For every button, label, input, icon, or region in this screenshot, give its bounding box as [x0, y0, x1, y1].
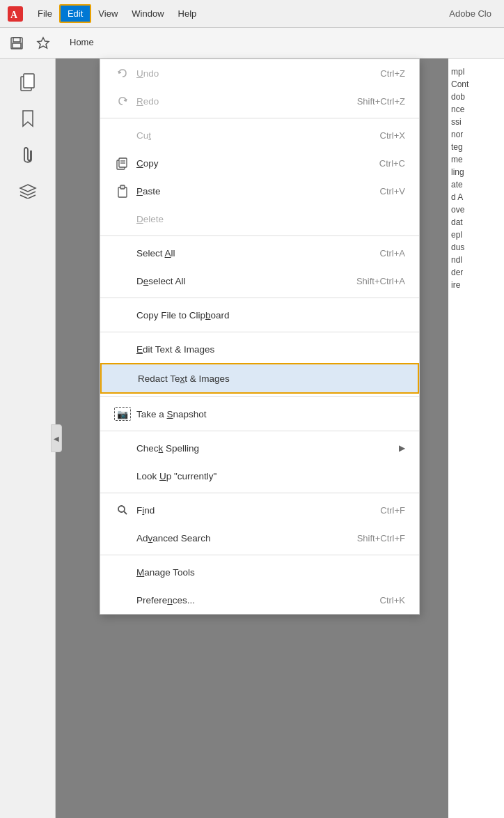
menu-item-select-all[interactable]: Select All Ctrl+A — [100, 239, 419, 267]
doc-line-13: dat — [451, 216, 501, 229]
deselect-all-icon — [114, 272, 131, 289]
divider-3 — [100, 298, 419, 298]
menu-item-preferences[interactable]: Preferences... Ctrl+K — [100, 586, 419, 614]
doc-line-5: ssi — [451, 116, 501, 128]
doc-content: mpl Cont dob nce ssi nor teg me ling ate… — [448, 59, 504, 818]
collapse-handle[interactable]: ◀ — [51, 424, 62, 452]
edit-text-icon — [114, 341, 131, 357]
advanced-search-shortcut: Shift+Ctrl+F — [357, 533, 405, 543]
menu-item-undo[interactable]: Undo Ctrl+Z — [100, 59, 419, 87]
find-icon — [114, 502, 131, 518]
favorites-button[interactable] — [32, 32, 54, 54]
divider-5 — [100, 396, 419, 397]
menu-item-view[interactable]: View — [91, 6, 125, 22]
menu-item-delete[interactable]: Delete — [100, 205, 419, 233]
doc-line-16: ndl — [451, 254, 501, 266]
doc-line-9: ling — [451, 166, 501, 178]
menu-item-redo[interactable]: Redo Shift+Ctrl+Z — [100, 87, 419, 115]
doc-line-15: dus — [451, 241, 501, 254]
menu-item-adobe-cloud[interactable]: Adobe Clo — [442, 6, 498, 22]
menu-item-snapshot[interactable]: 📷 Take a Snapshot — [100, 400, 419, 428]
save-button[interactable] — [6, 32, 28, 54]
menu-item-redact-text[interactable]: Redact Text & Images — [100, 363, 419, 394]
divider-7 — [100, 493, 419, 493]
menu-item-cut[interactable]: Cut Ctrl+X — [100, 121, 419, 149]
menu-item-file[interactable]: File — [31, 6, 59, 22]
deselect-all-label: Deselect All — [136, 276, 356, 286]
advanced-search-icon — [114, 530, 131, 546]
cut-label: Cut — [136, 130, 380, 141]
toolbar-row: Home — [0, 28, 504, 59]
delete-icon — [114, 210, 131, 227]
menu-bar: A File Edit View Window Help Adobe Clo — [0, 0, 504, 28]
paste-shortcut: Ctrl+V — [380, 186, 405, 196]
deselect-all-shortcut: Shift+Ctrl+A — [356, 276, 405, 286]
look-up-label: Look Up "currently" — [136, 471, 405, 481]
doc-line-4: nce — [451, 103, 501, 116]
svg-rect-7 — [24, 74, 34, 88]
undo-shortcut: Ctrl+Z — [380, 68, 405, 79]
svg-rect-3 — [13, 38, 20, 42]
menu-item-copy-file[interactable]: Copy File to Clipboard — [100, 301, 419, 329]
doc-line-18: ire — [451, 279, 501, 291]
menu-item-window[interactable]: Window — [125, 6, 171, 22]
redo-label: Redo — [136, 96, 357, 107]
home-tab[interactable]: Home — [58, 31, 105, 54]
divider-2 — [100, 236, 419, 236]
check-spelling-submenu-arrow: ▶ — [399, 443, 405, 453]
sidebar-icon-bookmark[interactable] — [13, 103, 43, 134]
menu-item-find[interactable]: Find Ctrl+F — [100, 496, 419, 524]
manage-tools-icon — [114, 564, 131, 580]
svg-line-16 — [124, 511, 127, 514]
select-all-label: Select All — [136, 248, 380, 258]
doc-line-6: nor — [451, 128, 501, 141]
copy-label: Copy — [136, 158, 379, 169]
find-shortcut: Ctrl+F — [380, 505, 405, 516]
doc-line-3: dob — [451, 91, 501, 103]
copy-shortcut: Ctrl+C — [379, 158, 405, 169]
redo-shortcut: Shift+Ctrl+Z — [357, 96, 405, 107]
sidebar-icon-layers[interactable] — [13, 176, 43, 206]
left-sidebar — [0, 59, 56, 818]
divider-8 — [100, 555, 419, 555]
menu-item-edit[interactable]: Edit — [59, 4, 91, 23]
menu-item-edit-text[interactable]: Edit Text & Images — [100, 335, 419, 363]
svg-point-15 — [118, 506, 125, 512]
snapshot-icon: 📷 — [114, 406, 131, 422]
select-all-icon — [114, 245, 131, 261]
menu-item-help[interactable]: Help — [171, 6, 204, 22]
adobe-icon: A — [6, 4, 25, 24]
svg-text:A: A — [10, 10, 18, 20]
doc-line-11: d A — [451, 191, 501, 203]
doc-line-2: Cont — [451, 78, 501, 91]
menu-item-advanced-search[interactable]: Advanced Search Shift+Ctrl+F — [100, 524, 419, 552]
menu-item-look-up[interactable]: Look Up "currently" — [100, 462, 419, 490]
menu-item-copy[interactable]: Copy Ctrl+C — [100, 149, 419, 177]
select-all-shortcut: Ctrl+A — [380, 248, 405, 258]
menu-item-paste[interactable]: Paste Ctrl+V — [100, 177, 419, 205]
svg-rect-4 — [13, 43, 21, 48]
paste-label: Paste — [136, 186, 380, 196]
delete-label: Delete — [136, 214, 405, 224]
menu-item-check-spelling[interactable]: Check Spelling ▶ — [100, 434, 419, 462]
svg-rect-14 — [120, 185, 125, 189]
edit-dropdown-menu: Undo Ctrl+Z Redo Shift+Ctrl+Z Cut Ctrl+X — [100, 59, 420, 615]
find-label: Find — [136, 505, 380, 516]
doc-line-12: ove — [451, 203, 501, 216]
manage-tools-label: Manage Tools — [136, 567, 405, 578]
redo-icon — [114, 93, 131, 109]
snapshot-label: Take a Snapshot — [136, 409, 405, 419]
doc-line-7: teg — [451, 141, 501, 153]
menu-item-deselect-all[interactable]: Deselect All Shift+Ctrl+A — [100, 267, 419, 295]
menu-item-manage-tools[interactable]: Manage Tools — [100, 558, 419, 586]
copy-file-label: Copy File to Clipboard — [136, 310, 405, 321]
sidebar-icon-attach[interactable] — [13, 139, 43, 170]
divider-6 — [100, 431, 419, 431]
svg-marker-8 — [20, 185, 36, 192]
sidebar-icon-copy-pages[interactable] — [13, 67, 43, 98]
copy-file-icon — [114, 307, 131, 323]
check-spelling-icon — [114, 440, 131, 456]
undo-label: Undo — [136, 68, 380, 79]
check-spelling-label: Check Spelling — [136, 443, 393, 454]
divider-4 — [100, 332, 419, 332]
